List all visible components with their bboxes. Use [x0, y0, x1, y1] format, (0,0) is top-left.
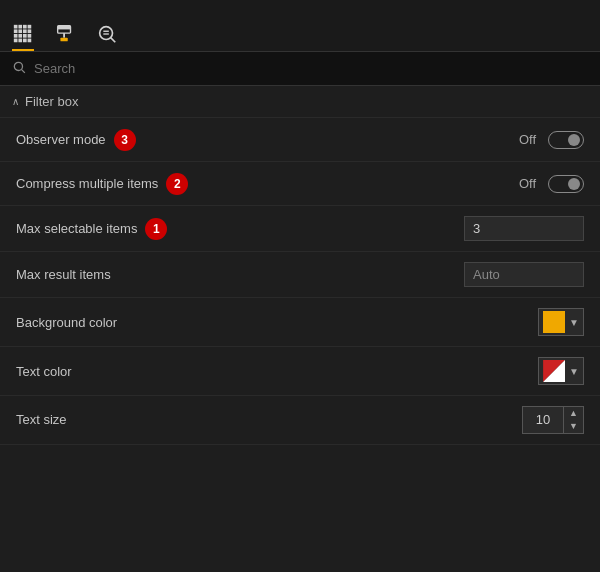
- svg-point-20: [100, 27, 113, 40]
- search-icon: [12, 60, 26, 77]
- svg-rect-8: [14, 34, 18, 38]
- svg-rect-5: [18, 29, 22, 33]
- max-result-items-label: Max result items: [16, 267, 111, 282]
- svg-rect-14: [23, 39, 27, 43]
- svg-rect-19: [60, 38, 67, 42]
- max-result-items-row: Max result items: [0, 252, 600, 298]
- text-color-dropdown-arrow: ▼: [569, 366, 579, 377]
- background-color-dropdown-arrow: ▼: [569, 317, 579, 328]
- observer-mode-toggle[interactable]: [548, 131, 584, 149]
- svg-rect-2: [23, 25, 27, 29]
- observer-mode-row: Observer mode 3 Off: [0, 118, 600, 162]
- grid-tab[interactable]: [12, 23, 34, 51]
- compress-multiple-items-control: Off: [519, 175, 584, 193]
- max-selectable-items-label: Max selectable items 1: [16, 218, 167, 240]
- observer-mode-control: Off: [519, 131, 584, 149]
- observer-mode-toggle-label: Off: [519, 132, 536, 147]
- background-color-label: Background color: [16, 315, 117, 330]
- svg-rect-13: [18, 39, 22, 43]
- compress-toggle-label: Off: [519, 176, 536, 191]
- settings-list: Observer mode 3 Off Compress multiple it…: [0, 118, 600, 445]
- grid-icon: [12, 23, 34, 45]
- svg-point-24: [14, 62, 22, 70]
- svg-rect-1: [18, 25, 22, 29]
- svg-rect-17: [58, 26, 71, 30]
- svg-line-25: [22, 70, 25, 73]
- text-color-label: Text color: [16, 364, 72, 379]
- svg-rect-15: [28, 39, 32, 43]
- text-color-row: Text color ▼: [0, 347, 600, 396]
- background-color-swatch: [543, 311, 565, 333]
- svg-rect-9: [18, 34, 22, 38]
- svg-rect-6: [23, 29, 27, 33]
- text-size-label: Text size: [16, 412, 67, 427]
- compress-toggle[interactable]: [548, 175, 584, 193]
- text-size-spinner: 10 ▲ ▼: [522, 406, 584, 434]
- max-result-items-text: Max result items: [16, 267, 111, 282]
- svg-rect-3: [28, 25, 32, 29]
- search-input[interactable]: [34, 61, 588, 76]
- svg-rect-0: [14, 25, 18, 29]
- search-bar: [0, 52, 600, 86]
- compress-multiple-items-text: Compress multiple items: [16, 176, 158, 191]
- toolbar: [0, 0, 600, 52]
- max-result-items-control: [464, 262, 584, 287]
- svg-rect-7: [28, 29, 32, 33]
- svg-rect-12: [14, 39, 18, 43]
- max-selectable-items-input[interactable]: [464, 216, 584, 241]
- text-size-text: Text size: [16, 412, 67, 427]
- max-selectable-items-row: Max selectable items 1: [0, 206, 600, 252]
- text-color-text: Text color: [16, 364, 72, 379]
- text-size-down-button[interactable]: ▼: [564, 420, 583, 433]
- svg-rect-4: [14, 29, 18, 33]
- chevron-icon: ∧: [12, 96, 19, 107]
- filter-box-header[interactable]: ∧ Filter box: [0, 86, 600, 118]
- observer-mode-label: Observer mode 3: [16, 129, 136, 151]
- compress-multiple-items-badge: 2: [166, 173, 188, 195]
- text-color-picker[interactable]: ▼: [538, 357, 584, 385]
- paint-tab[interactable]: [54, 23, 76, 51]
- text-size-up-button[interactable]: ▲: [564, 407, 583, 420]
- svg-rect-10: [23, 34, 27, 38]
- text-size-value: 10: [523, 408, 563, 431]
- compress-multiple-items-row: Compress multiple items 2 Off: [0, 162, 600, 206]
- svg-line-21: [111, 38, 116, 43]
- max-selectable-items-text: Max selectable items: [16, 221, 137, 236]
- max-result-items-input[interactable]: [464, 262, 584, 287]
- search-settings-tab[interactable]: [96, 23, 118, 51]
- text-color-control: ▼: [538, 357, 584, 385]
- text-size-control: 10 ▲ ▼: [522, 406, 584, 434]
- search-settings-icon: [96, 23, 118, 45]
- observer-mode-badge: 3: [114, 129, 136, 151]
- observer-mode-text: Observer mode: [16, 132, 106, 147]
- svg-rect-18: [63, 33, 65, 38]
- max-selectable-items-control: [464, 216, 584, 241]
- compress-multiple-items-label: Compress multiple items 2: [16, 173, 188, 195]
- svg-rect-11: [28, 34, 32, 38]
- background-color-row: Background color ▼: [0, 298, 600, 347]
- max-selectable-items-badge: 1: [145, 218, 167, 240]
- background-color-text: Background color: [16, 315, 117, 330]
- paint-icon: [54, 23, 76, 45]
- background-color-control: ▼: [538, 308, 584, 336]
- text-size-arrows: ▲ ▼: [563, 407, 583, 433]
- text-size-row: Text size 10 ▲ ▼: [0, 396, 600, 445]
- background-color-picker[interactable]: ▼: [538, 308, 584, 336]
- text-color-swatch: [543, 360, 565, 382]
- filter-box-label: Filter box: [25, 94, 78, 109]
